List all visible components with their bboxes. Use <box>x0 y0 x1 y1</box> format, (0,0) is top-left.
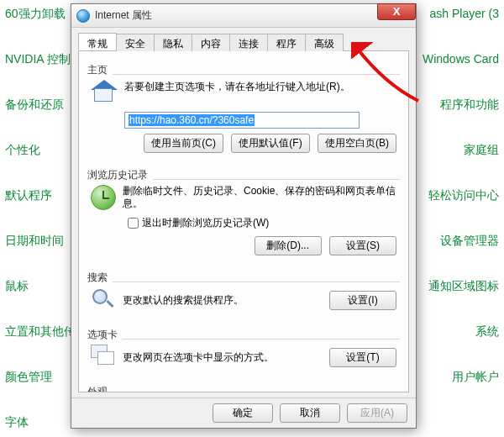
appearance-group: 外观 颜色(O) 语言(L) 字体(N) 辅助功能(E) <box>87 380 400 392</box>
apply-button[interactable]: 应用(A) <box>347 403 407 423</box>
homepage-url-input[interactable]: https://hao.360.cn/?360safe <box>124 112 360 129</box>
history-group: 浏览历史记录 删除临时文件、历史记录、Cookie、保存的密码和网页表单信息。 … <box>87 163 400 259</box>
tabs-icon <box>91 345 116 370</box>
appearance-group-label: 外观 <box>87 386 113 392</box>
history-desc: 删除临时文件、历史记录、Cookie、保存的密码和网页表单信息。 <box>123 185 396 210</box>
tab-privacy[interactable]: 隐私 <box>154 34 192 51</box>
homepage-group-label: 主页 <box>87 64 113 76</box>
use-default-button[interactable]: 使用默认值(F) <box>231 134 309 153</box>
titlebar[interactable]: Internet 属性 X <box>71 4 416 28</box>
history-delete-button[interactable]: 删除(D)... <box>255 236 322 255</box>
tab-strip: 常规 安全 隐私 内容 连接 程序 高级 <box>78 33 409 51</box>
internet-icon <box>76 9 90 23</box>
history-settings-button[interactable]: 设置(S) <box>329 236 396 255</box>
tabs-settings-button[interactable]: 设置(T) <box>329 348 396 367</box>
tab-programs[interactable]: 程序 <box>267 34 306 51</box>
clock-icon <box>91 185 116 210</box>
delete-on-exit-input[interactable] <box>128 218 139 229</box>
magnifier-icon <box>91 287 116 313</box>
tab-connections[interactable]: 连接 <box>229 34 268 51</box>
tab-general[interactable]: 常规 <box>78 33 117 50</box>
search-settings-button[interactable]: 设置(I) <box>329 291 396 310</box>
tab-advanced[interactable]: 高级 <box>305 34 344 51</box>
history-group-label: 浏览历史记录 <box>87 169 153 181</box>
use-blank-button[interactable]: 使用空白页(B) <box>318 134 396 153</box>
internet-properties-dialog: Internet 属性 X 常规 安全 隐私 内容 连接 程序 高级 主页 若要… <box>71 3 417 429</box>
dialog-title: Internet 属性 <box>95 8 152 23</box>
tab-security[interactable]: 安全 <box>116 34 155 51</box>
general-panel: 主页 若要创建主页选项卡，请在各地址行键入地址(R)。 https://hao.… <box>78 51 409 392</box>
tabs-group-label: 选项卡 <box>87 329 123 340</box>
ok-button[interactable]: 确定 <box>213 403 273 423</box>
cancel-button[interactable]: 取消 <box>280 403 340 423</box>
search-desc: 更改默认的搜索提供程序。 <box>123 293 329 308</box>
tabs-group: 选项卡 更改网页在选项卡中显示的方式。 设置(T) <box>87 323 400 373</box>
close-button[interactable]: X <box>377 3 416 20</box>
use-current-button[interactable]: 使用当前页(C) <box>144 134 223 153</box>
home-icon <box>91 80 118 107</box>
tab-content[interactable]: 内容 <box>192 34 230 51</box>
homepage-desc: 若要创建主页选项卡，请在各地址行键入地址(R)。 <box>124 80 350 107</box>
search-group: 搜索 更改默认的搜索提供程序。 设置(I) <box>87 266 400 316</box>
tabs-desc: 更改网页在选项卡中显示的方式。 <box>123 350 329 365</box>
search-group-label: 搜索 <box>87 271 113 283</box>
dialog-button-bar: 确定 取消 应用(A) <box>71 398 416 428</box>
delete-on-exit-checkbox[interactable]: 退出时删除浏览历史记录(W) <box>124 215 396 231</box>
homepage-group: 主页 若要创建主页选项卡，请在各地址行键入地址(R)。 https://hao.… <box>87 58 400 156</box>
